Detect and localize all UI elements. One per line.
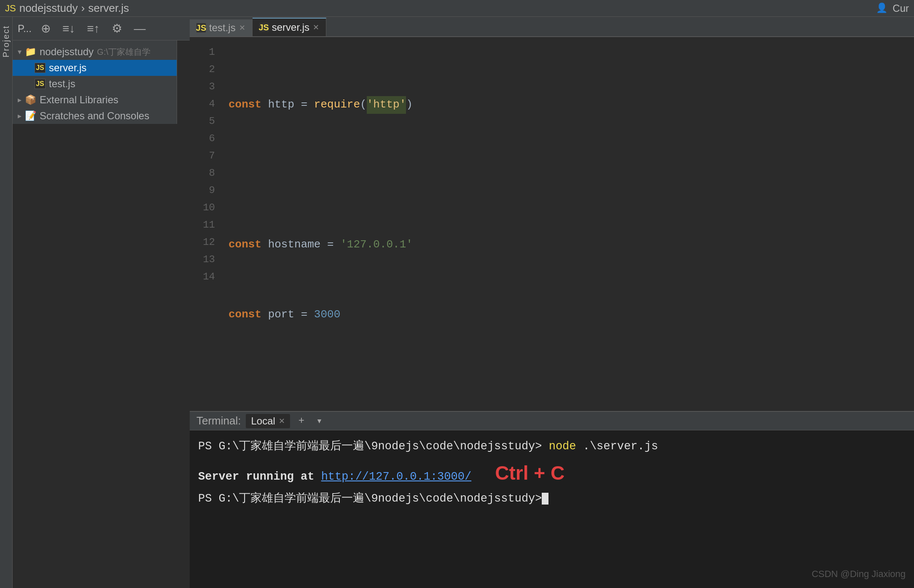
terminal-label: Terminal: (196, 414, 241, 427)
title-separator: › (81, 2, 85, 15)
terminal-line-2: Server running at http://127.0.0.1:3000/… (198, 456, 906, 489)
terminal-line-1: PS G:\丁家雄自学前端最后一遍\9nodejs\code\nodejsstu… (198, 437, 906, 456)
ln-14: 14 (190, 268, 215, 286)
tab-icon-testjs: JS (196, 23, 206, 32)
tree-file-serverjs[interactable]: JS server.js (13, 60, 177, 76)
toolbar-collapse-btn[interactable]: ≡↓ (60, 20, 78, 37)
ln-8: 8 (190, 165, 215, 182)
tab-testjs[interactable]: JS test.js ✕ (190, 19, 253, 36)
tree-project-path: G:\丁家雄自学 (97, 46, 151, 58)
tree-external-libs[interactable]: ▸ 📦 External Libraries (13, 92, 177, 108)
editor-area: 1 2 3 4 5 6 7 8 9 10 11 12 13 14 (190, 37, 914, 411)
ln-11: 11 (190, 217, 215, 234)
ln-4: 4 (190, 96, 215, 113)
terminal-cursor (542, 493, 548, 505)
main-area: Project P... ⊕ ≡↓ ≡↑ ⚙ — ▾ 📁 nodejsstudy… (0, 17, 914, 588)
ln-10: 10 (190, 199, 215, 217)
settings-button[interactable]: Cur (892, 3, 909, 14)
project-strip-label: Project (1, 25, 11, 57)
line-numbers: 1 2 3 4 5 6 7 8 9 10 11 12 13 14 (190, 37, 220, 411)
fn-require: require (314, 96, 360, 114)
title-actions: 👤 Cur (876, 3, 909, 14)
title-js-icon: JS (5, 3, 16, 14)
tab-label-serverjs: server.js (272, 21, 309, 33)
code-line-5 (228, 376, 914, 393)
tree-ext-icon: 📦 (25, 94, 36, 105)
tab-close-testjs[interactable]: ✕ (239, 23, 245, 32)
tree-arrow-ext: ▸ (18, 95, 22, 105)
watermark: CSDN @Ding Jiaxiong (812, 569, 906, 580)
ln-5: 5 (190, 113, 215, 130)
ln-9: 9 (190, 182, 215, 199)
project-strip: Project (0, 17, 13, 588)
toolbar: P... ⊕ ≡↓ ≡↑ ⚙ — (13, 17, 190, 40)
tree-js-icon-test: JS (35, 79, 46, 89)
terminal-header: Terminal: Local ✕ + ▾ (190, 412, 914, 430)
code-line-2 (228, 166, 914, 184)
file-tree: ▾ 📁 nodejsstudy G:\丁家雄自学 JS server.js JS… (13, 40, 177, 124)
term-out-prefix: Server running at (198, 470, 321, 483)
term-arg-1: .\server.js (576, 440, 658, 453)
tree-ext-label: External Libraries (40, 94, 118, 106)
tab-close-serverjs[interactable]: ✕ (313, 23, 319, 32)
title-bar-content: JS nodejsstudy › server.js (5, 2, 129, 15)
terminal-tab-local[interactable]: Local ✕ (246, 414, 290, 428)
str-http: 'http' (367, 96, 406, 114)
ln-3: 3 (190, 78, 215, 96)
tree-project-name: nodejsstudy (40, 46, 94, 58)
terminal-tab-close[interactable]: ✕ (279, 416, 285, 426)
kw-const-1: const (228, 96, 261, 114)
tab-icon-serverjs: JS (259, 23, 269, 32)
tree-scratch-label: Scratches and Consoles (40, 110, 149, 122)
tree-file-testjs[interactable]: JS test.js (13, 76, 177, 92)
term-link[interactable]: http://127.0.0.1:3000/ (321, 470, 471, 483)
toolbar-minimize-btn[interactable]: — (132, 20, 148, 37)
terminal-dropdown-btn[interactable]: ▾ (313, 415, 325, 427)
toolbar-add-btn[interactable]: ⊕ (38, 20, 53, 37)
tree-project-root[interactable]: ▾ 📁 nodejsstudy G:\丁家雄自学 (13, 44, 177, 60)
term-path-1: PS G:\丁家雄自学前端最后一遍\9nodejs\code\nodejsstu… (198, 440, 542, 453)
user-icon[interactable]: 👤 (876, 3, 887, 14)
ln-13: 13 (190, 251, 215, 268)
ln-6: 6 (190, 130, 215, 148)
terminal-area: Terminal: Local ✕ + ▾ PS G:\丁家雄自学前端最后一遍\… (190, 411, 914, 588)
ln-2: 2 (190, 61, 215, 78)
tab-bar: JS test.js ✕ JS server.js ✕ (190, 17, 914, 37)
code-line-4: const port = 3000 (228, 306, 914, 323)
term-exe-1: node (542, 440, 576, 453)
terminal-add-btn[interactable]: + (295, 415, 308, 427)
tab-label-testjs: test.js (209, 22, 236, 34)
ln-7: 7 (190, 148, 215, 165)
tree-file-name-server: server.js (49, 62, 86, 74)
title-bar: JS nodejsstudy › server.js 👤 Cur (0, 0, 914, 17)
tab-serverjs[interactable]: JS server.js ✕ (253, 18, 326, 36)
tree-scratch-icon: 📝 (25, 110, 36, 121)
tree-arrow-scratch: ▸ (18, 111, 22, 121)
tree-folder-icon-root: 📁 (25, 46, 36, 57)
tree-arrow-root: ▾ (18, 47, 22, 56)
code-line-3: const hostname = '127.0.0.1' (228, 236, 914, 253)
ln-12: 12 (190, 234, 215, 251)
title-project: nodejsstudy (19, 2, 78, 15)
ln-1: 1 (190, 44, 215, 61)
var-http: http (268, 96, 294, 114)
toolbar-expand-btn[interactable]: ≡↑ (84, 20, 102, 37)
code-content: const http = require('http') const hostn… (220, 37, 914, 411)
terminal-content: PS G:\丁家雄自学前端最后一遍\9nodejs\code\nodejsstu… (190, 430, 914, 588)
tree-file-name-test: test.js (49, 78, 75, 90)
ctrl-c-annotation: Ctrl + C (495, 462, 565, 484)
terminal-tab-label: Local (251, 415, 275, 427)
code-editor[interactable]: 1 2 3 4 5 6 7 8 9 10 11 12 13 14 (190, 37, 914, 411)
tree-scratches[interactable]: ▸ 📝 Scratches and Consoles (13, 108, 177, 124)
title-filename: server.js (88, 2, 129, 15)
toolbar-project-label: P... (18, 23, 32, 35)
terminal-line-3: PS G:\丁家雄自学前端最后一遍\9nodejs\code\nodejsstu… (198, 489, 906, 509)
term-path-2: PS G:\丁家雄自学前端最后一遍\9nodejs\code\nodejsstu… (198, 492, 542, 505)
tree-js-icon-server: JS (35, 63, 46, 73)
code-line-1: const http = require('http') (228, 97, 914, 114)
toolbar-settings-btn[interactable]: ⚙ (109, 20, 125, 37)
